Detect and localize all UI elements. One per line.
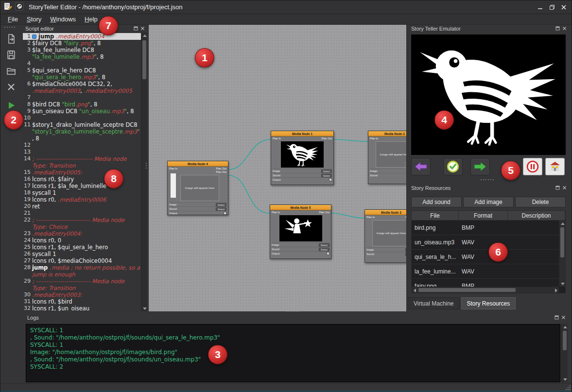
float-dock-icon[interactable] [555,185,560,191]
code-line[interactable]: 31lcons r0, $bird [23,298,141,305]
splitter-handle[interactable] [405,163,406,169]
new-project-button[interactable] [3,32,19,46]
save-project-button[interactable] [3,48,19,62]
close-dock-icon[interactable] [562,26,567,32]
next-button[interactable] [470,158,490,175]
float-dock-icon[interactable] [555,26,560,32]
table-row[interactable]: bird.pngBMP [412,221,559,235]
editor-scrollbar[interactable] [141,33,147,311]
node-title[interactable]: Media Node 3 [365,210,407,215]
node-title[interactable]: Media Node 4 [168,161,228,167]
code-line[interactable]: 28jump .media ; no return possible, so a… [23,264,141,278]
menu-file[interactable]: File [3,15,22,24]
media-node[interactable]: Media Node 4 Plan In Plan Out Plan Out I… [167,161,228,215]
media-node[interactable]: Media Node 3 Plan In Plan Out Image will… [364,209,407,263]
close-dock-icon[interactable] [562,185,567,191]
home-button[interactable] [545,158,565,175]
port-out-label[interactable]: Plan Out [216,170,226,173]
maximize-button[interactable] [546,2,558,12]
script-editor[interactable]: 1jump .mediaEntry00042$fairy DC8 "fairy.… [23,33,141,311]
code-line[interactable]: 12 [23,142,141,149]
logs-scrollbar[interactable] [561,324,568,382]
port-out-label[interactable]: Plan Out [406,216,407,219]
table-row[interactable]: fairy.pngBMP [412,279,559,287]
output-checkbox[interactable] [224,212,226,215]
close-project-button[interactable] [3,80,19,94]
resize-grip[interactable] [566,385,571,390]
node-graph-canvas[interactable]: Media Node 4 Plan In Plan Out Plan Out I… [148,25,407,311]
splitter-handle[interactable] [286,311,299,312]
close-dock-icon[interactable] [140,26,145,32]
code-line[interactable]: 25lcons r1, $qui_sera_le_hero [23,244,141,251]
code-line[interactable]: 4 [23,60,141,67]
port-out-label[interactable]: Plan Out [322,137,332,140]
run-story-button[interactable] [3,98,19,113]
table-row[interactable]: qui_sera_le_h...WAV [412,250,559,264]
validate-button[interactable] [443,158,463,175]
port-in-label[interactable]: Plan In [370,137,378,140]
code-line[interactable]: 22; --------------------------- Media no… [23,217,141,230]
select-sound-button[interactable]: Select [319,248,329,251]
code-line[interactable]: 10 [23,115,141,121]
code-line[interactable]: 32lcons r1, $un_oiseau [23,305,141,311]
select-image-button[interactable]: Select [216,203,226,206]
code-line[interactable]: 26syscall 1 [23,251,141,257]
float-dock-icon[interactable] [555,315,559,321]
splitter-handle[interactable] [481,179,494,180]
media-node[interactable]: Media Node 2 Plan In Plan Out Image will… [368,131,407,184]
add-sound-button[interactable]: Add sound [411,197,462,207]
minimize-button[interactable] [535,2,546,12]
float-dock-icon[interactable] [134,26,138,32]
code-line[interactable]: 13 [23,149,141,155]
open-project-button[interactable] [3,64,19,78]
select-sound-button[interactable]: Select [405,253,407,256]
code-line[interactable]: 16lcons r0, $fairy [23,176,141,183]
code-line[interactable]: 24lcons r0, 0 [23,237,141,244]
node-title[interactable]: Media Node 1 [271,131,333,136]
port-out-label[interactable]: Plan Out [216,167,226,170]
title-bar[interactable]: StoryTeller Editor - /home/anthony/ostpr… [0,0,572,14]
code-line[interactable]: 7 [23,94,141,101]
column-header-description[interactable]: Description [508,211,565,220]
menu-help[interactable]: Help [80,15,102,24]
code-line[interactable]: 30.mediaEntry0003: [23,291,141,298]
code-line[interactable]: 5$qui_sera_le_hero DC8 "qui_sera_le_hero… [23,67,141,81]
port-in-label[interactable]: Plan In [366,216,375,219]
code-line[interactable]: 6$mediaChoice0004 DC32, 2, .mediaEntry00… [23,81,141,94]
port-in-label[interactable]: Plan In [272,211,280,214]
toolbar-handle[interactable] [4,27,15,28]
column-header-format[interactable]: Format [459,211,508,220]
media-node[interactable]: Media Node 1 Plan In Plan Out ImageSelec… [271,131,334,185]
output-checkbox[interactable] [327,252,329,255]
node-title[interactable]: Media Node 5 [270,205,331,210]
delete-resource-button[interactable]: Delete [515,197,566,207]
pause-button[interactable] [523,158,542,175]
code-line[interactable]: 19lcons r0, .mediaEntry0006 [23,196,141,203]
code-line[interactable]: 8$bird DC8 "bird.png", 8 [23,101,141,108]
code-line[interactable]: 20ret [23,203,141,210]
close-dock-icon[interactable] [561,315,566,321]
code-line[interactable]: 2$fairy DC8 "fairy.png", 8 [23,40,141,47]
table-row[interactable]: un_oiseau.mp3WAV [412,235,559,250]
code-line[interactable]: 17lcons r1, $la_fee_luminelle [23,183,141,189]
select-image-button[interactable]: Select [319,243,329,247]
select-sound-button[interactable]: Select [321,174,332,177]
menu-story[interactable]: Story [22,15,46,24]
code-line[interactable]: 23.mediaEntry0004: [23,230,141,237]
output-checkbox[interactable] [329,178,332,181]
table-hscrollbar[interactable] [412,287,559,293]
code-line[interactable]: 11$story1_drako_luminelle_sceptre DC8 "s… [23,121,141,142]
tab-story-resources[interactable]: Story Resources [461,297,516,309]
close-button[interactable] [558,2,570,12]
port-in-label[interactable]: Plan In [273,137,281,140]
select-image-button[interactable]: Select [405,248,407,252]
code-line[interactable]: 9$un_oiseau DC8 "un_oiseau.mp3", 8 [23,108,141,115]
media-node[interactable]: Media Node 5 Plan In Plan Out ImageSelec… [270,205,331,259]
code-line[interactable]: 3$la_fee_luminelle DC8 "la_fee_luminelle… [23,47,141,60]
code-line[interactable]: 1jump .mediaEntry0004 [23,33,141,40]
select-sound-button[interactable]: Select [216,207,226,211]
add-image-button[interactable]: Add image [463,197,514,207]
splitter-handle[interactable] [146,163,147,169]
code-line[interactable]: 27lcons r0, $mediaChoice0004 [23,257,141,264]
table-row[interactable]: la_fee_lumine...WAV [412,264,559,279]
